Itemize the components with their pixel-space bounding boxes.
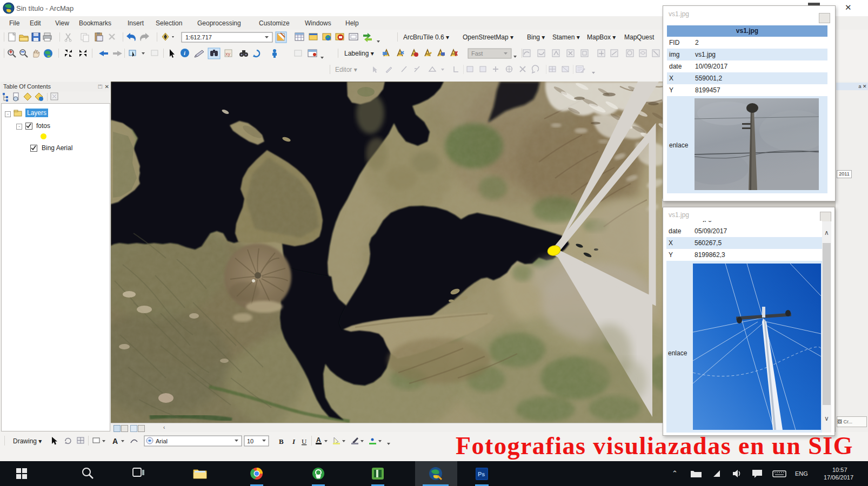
svg-text:Ps: Ps bbox=[478, 471, 485, 477]
svg-text:U: U bbox=[302, 437, 307, 446]
svg-text:17/06/2017: 17/06/2017 bbox=[824, 474, 853, 481]
svg-text:1:612.717: 1:612.717 bbox=[185, 34, 212, 40]
svg-text:xy: xy bbox=[225, 51, 231, 57]
svg-text:Editor ▾: Editor ▾ bbox=[335, 66, 357, 73]
svg-text:Bing ▾: Bing ▾ bbox=[527, 33, 545, 41]
svg-text:Labeling ▾: Labeling ▾ bbox=[344, 50, 374, 57]
svg-text:Drawing ▾: Drawing ▾ bbox=[13, 437, 42, 445]
svg-text:MapBox ▾: MapBox ▾ bbox=[587, 33, 616, 41]
svg-text:Fast: Fast bbox=[471, 50, 483, 57]
svg-text:10:57: 10:57 bbox=[832, 467, 847, 473]
svg-text:Arial: Arial bbox=[156, 438, 168, 444]
svg-text:B: B bbox=[279, 437, 284, 446]
svg-text:A: A bbox=[316, 436, 321, 444]
svg-text:OpenStreetMap ▾: OpenStreetMap ▾ bbox=[463, 33, 513, 41]
svg-text:ArcBruTile 0.6 ▾: ArcBruTile 0.6 ▾ bbox=[403, 33, 449, 41]
svg-text:A: A bbox=[112, 437, 118, 446]
svg-text:ENG: ENG bbox=[795, 470, 808, 477]
svg-text:MapQuest: MapQuest bbox=[624, 33, 655, 41]
svg-text:10: 10 bbox=[247, 438, 253, 444]
svg-text:I: I bbox=[292, 437, 296, 446]
svg-text:Stamen ▾: Stamen ▾ bbox=[552, 33, 580, 41]
svg-text:⌃: ⌃ bbox=[672, 469, 678, 477]
